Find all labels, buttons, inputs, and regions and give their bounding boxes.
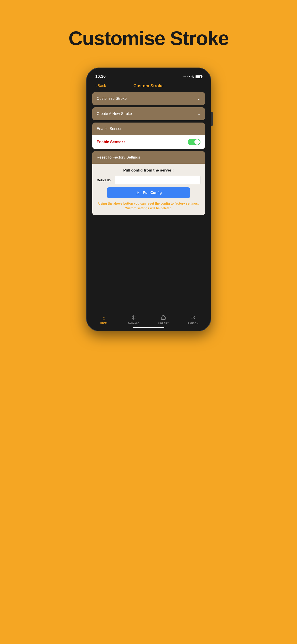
robot-id-input[interactable]: [115, 176, 200, 184]
create-new-stroke-chevron-icon: ⌄: [197, 111, 201, 116]
home-bar: [133, 327, 164, 328]
random-label: RANDOM: [188, 322, 198, 325]
create-new-stroke-header[interactable]: Create A New Stroke ⌄: [92, 107, 205, 120]
nav-item-random[interactable]: RANDOM: [186, 315, 200, 325]
nav-item-library[interactable]: LIBRARY: [157, 315, 170, 325]
customize-stroke-section[interactable]: Customize Stroke ⌄: [92, 92, 205, 105]
reset-body: Pull config from the server : Robot ID :: [92, 164, 205, 215]
download-icon: [135, 190, 141, 196]
nav-item-home[interactable]: ⌂ HOME: [97, 315, 111, 324]
pull-config-title: Pull config from the server :: [123, 168, 174, 173]
home-label: HOME: [100, 322, 107, 324]
phone-frame: 10:30 ⊜ ‹ Back Cus: [86, 68, 211, 332]
enable-sensor-section: Enable Sensor Enable Sensor :: [92, 122, 205, 149]
home-icon: ⌂: [102, 315, 105, 321]
back-chevron-icon: ‹: [95, 84, 97, 88]
dynamic-label: DYNAMIC: [128, 322, 139, 325]
reset-section: Reset To Factory Settings Pull config fr…: [92, 151, 205, 215]
content-area: Customize Stroke ⌄ Create A New Stroke ⌄…: [89, 90, 208, 312]
wifi-icon: ⊜: [191, 74, 194, 79]
library-label: LIBRARY: [158, 322, 169, 325]
page-title: Customise Stroke: [68, 27, 228, 50]
reset-header: Reset To Factory Settings: [92, 151, 205, 164]
customize-stroke-chevron-icon: ⌄: [197, 96, 201, 101]
enable-sensor-body: Enable Sensor :: [92, 135, 205, 149]
svg-rect-0: [136, 194, 139, 194]
enable-sensor-label: Enable Sensor :: [97, 140, 125, 144]
random-icon: [191, 315, 196, 321]
nav-item-dynamic[interactable]: DYNAMIC: [127, 315, 140, 325]
customize-stroke-header[interactable]: Customize Stroke ⌄: [92, 92, 205, 105]
customize-stroke-label: Customize Stroke: [97, 96, 127, 101]
navigation-bar: ‹ Back Custom Stroke: [89, 81, 208, 90]
create-new-stroke-label: Create A New Stroke: [97, 112, 132, 116]
enable-sensor-toggle[interactable]: [188, 139, 201, 145]
pull-config-label: Pull Config: [143, 191, 162, 195]
bottom-nav: ⌂ HOME DYNAMIC: [89, 312, 208, 326]
back-label: Back: [98, 84, 106, 88]
robot-id-row: Robot ID :: [97, 176, 201, 184]
back-button[interactable]: ‹ Back: [95, 84, 106, 88]
battery-icon: [196, 75, 202, 78]
nav-title: Custom Stroke: [133, 84, 164, 88]
dynamic-icon: [131, 315, 136, 321]
enable-sensor-header: Enable Sensor: [92, 122, 205, 135]
pull-config-button[interactable]: Pull Config: [107, 188, 190, 198]
warning-text: Using the above button you can reset the…: [97, 201, 201, 211]
status-icons: ⊜: [184, 74, 202, 79]
robot-id-label: Robot ID :: [97, 178, 113, 182]
signal-icon: [184, 76, 190, 77]
status-time: 10:30: [95, 74, 106, 79]
create-new-stroke-section[interactable]: Create A New Stroke ⌄: [92, 107, 205, 120]
library-icon: [161, 315, 166, 321]
